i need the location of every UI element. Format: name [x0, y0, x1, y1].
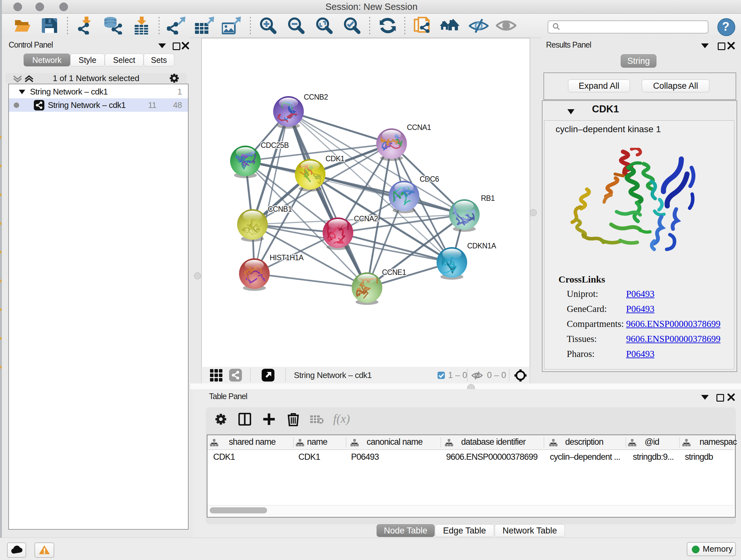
svg-text:CCNA2: CCNA2 — [354, 214, 378, 223]
svg-text:HIST1H1A: HIST1H1A — [270, 253, 304, 262]
svg-text:CDC6: CDC6 — [420, 175, 439, 183]
svg-text:CCNA1: CCNA1 — [407, 123, 431, 132]
svg-text:CCNB2: CCNB2 — [304, 93, 328, 101]
svg-text:RB1: RB1 — [481, 194, 495, 202]
svg-text:CDKN1A: CDKN1A — [467, 242, 496, 250]
svg-text:CCNB1: CCNB1 — [268, 205, 292, 213]
svg-text:CDC25B: CDC25B — [261, 141, 289, 149]
svg-text:CDK1: CDK1 — [326, 154, 344, 163]
svg-text:CCNE1: CCNE1 — [382, 268, 406, 276]
